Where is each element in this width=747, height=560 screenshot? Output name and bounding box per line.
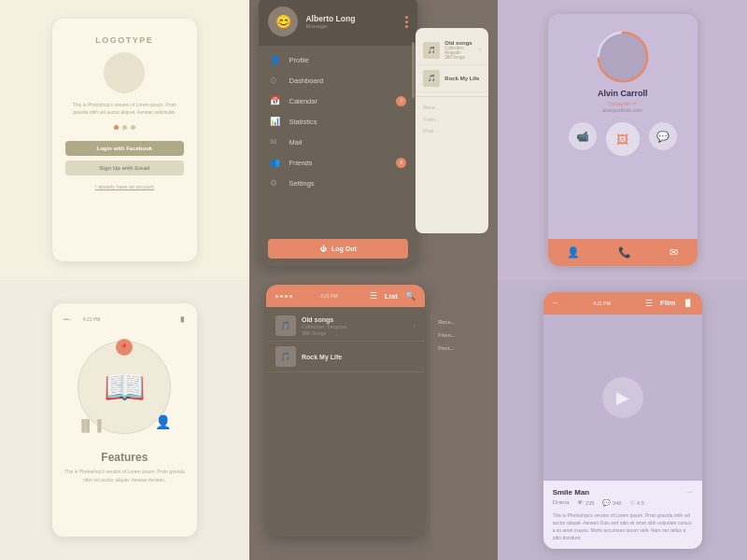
list-sub-old: Collection: Kingston [302, 324, 407, 329]
video-movie-title: Smile Man [553, 488, 686, 497]
calendar-badge: 7 [396, 96, 406, 106]
menu-user-name: Alberto Long [305, 14, 355, 23]
logo-text: LOGOTYPE [95, 35, 153, 45]
menu-item-mail[interactable]: ✉ Mail [259, 132, 417, 152]
menu-item-statistics[interactable]: 📊 Statistics [259, 111, 417, 132]
song-title-rock: Rock My Life [444, 76, 481, 81]
bottom-middle-cell: 4:21 PM ☰ List 🔍 🎵 Old songs Collection:… [249, 280, 499, 560]
profile-tab-bar: 👤 📞 ✉ [548, 239, 698, 266]
message-button[interactable]: 💬 [649, 122, 677, 150]
email-signup-button[interactable]: Sign Up with Email [65, 161, 184, 175]
video-play-area: ▶ [543, 315, 702, 481]
friends-label: Friends [289, 159, 312, 167]
gallery-button[interactable]: 🖼 [606, 122, 640, 156]
dot [405, 16, 408, 19]
avatar-icon: 😊 [275, 14, 291, 29]
mail-label: Mail [289, 138, 302, 147]
video-description: This is Photoshop's version of Lorem ips… [553, 511, 693, 541]
facebook-login-button[interactable]: Login with Facebook [65, 141, 184, 156]
list-count-old: 389 Songs [302, 330, 407, 336]
pin-circle: 📍 [116, 339, 133, 356]
login-body-text: This is Photoshop's version of Lorem ips… [65, 101, 184, 116]
menu-user-info: Alberto Long Manager [305, 14, 355, 29]
list-status-dots [275, 295, 292, 298]
song-row-old[interactable]: 🎵 Old songs Collection: Kingston 389 Son… [416, 35, 488, 65]
user-silhouette-icon: 👤 [155, 414, 171, 429]
friends-icon: 👥 [270, 158, 281, 167]
profile-screen: Alvin Carroll Designer ✏ alvinportfolio.… [548, 14, 698, 266]
tab-phone-icon[interactable]: 📞 [618, 246, 631, 259]
views-icon: 👁 [577, 499, 584, 506]
profile-name: Alvin Carroll [598, 89, 648, 98]
list-arrow-old: › [413, 322, 416, 330]
hamburger-icon[interactable]: ☰ [370, 291, 377, 301]
top-right-cell: Alvin Carroll Designer ✏ alvinportfolio.… [498, 0, 747, 280]
video-views-stat: 👁 235 [577, 499, 595, 507]
features-time: 4:21 PM [83, 316, 101, 322]
top-left-cell: LOGOTYPE This is Photoshop's version of … [0, 0, 249, 280]
menu-item-profile[interactable]: 👤 Profile [259, 49, 417, 70]
logout-button[interactable]: ⏻ Log Out [268, 239, 408, 259]
search-icon[interactable]: 🔍 [405, 291, 416, 301]
features-screen: ••••○ 4:21 PM ▐▌ 📖 📍 👤 ▐▌▐ Features This… [52, 303, 197, 537]
video-meta-row: Drama 👁 235 💬 346 ☆ 4.5 [553, 499, 693, 507]
menu-item-friends[interactable]: 👥 Friends 6 [259, 152, 417, 173]
video-rating-stat: ☆ 4.5 [629, 499, 644, 507]
menu-screen: 😊 Alberto Long Manager 👤 Profile ⊙ Dashb… [259, 0, 417, 266]
song-thumb-rock: 🎵 [423, 70, 440, 87]
video-status-dots: •••○ [553, 301, 559, 305]
video-more-button[interactable]: ··· [686, 488, 693, 497]
profile-label: Profile [289, 56, 308, 64]
dot [405, 25, 408, 28]
tab-person-icon[interactable]: 👤 [567, 246, 580, 259]
song-sub-old: Collection: Kingston [444, 46, 474, 55]
status-dots: ••••○ [63, 317, 72, 322]
list-thumb-rock: 🎵 [275, 346, 296, 367]
profile-avatar-ring [597, 31, 649, 83]
features-map-area: 📖 📍 👤 ▐▌▐ [68, 331, 180, 443]
section-friends: Frien... [416, 114, 488, 125]
video-call-button[interactable]: 📹 [569, 122, 597, 150]
list-info-old: Old songs Collection: Kingston 389 Songs [302, 316, 407, 336]
menu-user-role: Manager [305, 23, 355, 29]
video-header-title: Film [653, 299, 684, 307]
list-thumb-old: 🎵 [275, 315, 296, 336]
existing-account-link[interactable]: I already have an account [95, 184, 154, 189]
list-screen-title: List [377, 292, 405, 301]
video-menu-icon[interactable]: ☰ [645, 299, 653, 308]
location-pin: 📍 [116, 339, 133, 356]
play-button[interactable]: ▶ [602, 377, 643, 418]
song-arrow-old: › [479, 47, 481, 53]
song-list-partial: 🎵 Old songs Collection: Kingston 389 Son… [416, 28, 488, 233]
status-dot [280, 295, 283, 298]
list-title-rock: Rock My Life [302, 354, 416, 360]
video-battery-indicator: ▐▌ [684, 300, 693, 306]
menu-item-settings[interactable]: ⚙ Settings [259, 173, 417, 193]
list-item-rock[interactable]: 🎵 Rock My Life [266, 342, 425, 372]
list-title-old: Old songs [302, 316, 407, 323]
pagination-dots [114, 125, 135, 130]
login-screen: LOGOTYPE This is Photoshop's version of … [52, 19, 197, 261]
section-friends-label: Frien... [438, 332, 481, 338]
dashboard-icon: ⊙ [270, 76, 281, 85]
list-info-rock: Rock My Life [302, 354, 416, 360]
menu-item-calendar[interactable]: 📅 Calendar 7 [259, 91, 417, 111]
menu-header: 😊 Alberto Long Manager [259, 0, 417, 46]
list-item-old-songs[interactable]: 🎵 Old songs Collection: Kingston 389 Son… [266, 311, 425, 342]
video-comments-stat: 💬 346 [602, 499, 622, 507]
rating-value: 4.5 [637, 500, 644, 506]
menu-item-dashboard[interactable]: ⊙ Dashboard [259, 70, 417, 91]
dot-2 [122, 125, 127, 130]
video-screen: •••○ 4:21 PM ☰ Film ▐▌ ▶ Smile Man ··· D… [543, 292, 702, 549]
section-posts-label: Post... [438, 345, 481, 351]
menu-more-dots[interactable] [405, 16, 408, 28]
tab-mail-icon[interactable]: ✉ [669, 246, 678, 259]
menu-avatar: 😊 [268, 7, 298, 36]
song-row-rock[interactable]: 🎵 Rock My Life [416, 65, 488, 92]
profile-actions: 📹 🖼 💬 [569, 122, 677, 156]
partial-right-panel: Rece... Frien... Post... [430, 308, 488, 541]
status-dot [289, 295, 292, 298]
avatar-placeholder [104, 52, 145, 93]
list-header: 4:21 PM ☰ List 🔍 [266, 285, 425, 307]
song-info-old: Old songs Collection: Kingston 389 Songs [444, 40, 474, 60]
